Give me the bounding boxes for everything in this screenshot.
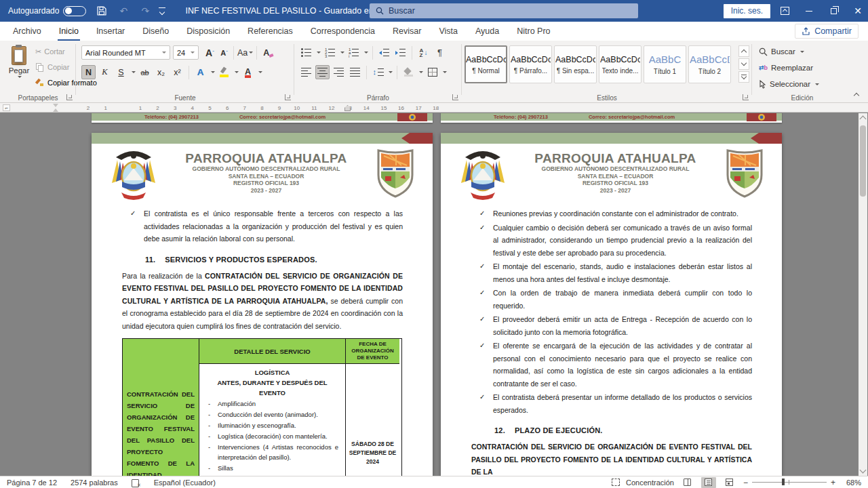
highlight-caret-icon[interactable]: [235, 71, 239, 73]
styles-scroll-up-icon[interactable]: [738, 45, 749, 57]
language-indicator[interactable]: Español (Ecuador): [154, 479, 216, 487]
style-card[interactable]: AaBbCcDc Texto inde...: [599, 45, 642, 83]
underline-caret-icon[interactable]: [132, 71, 136, 73]
ribbon-tab[interactable]: Nitro Pro: [508, 22, 559, 41]
align-left-button[interactable]: [299, 65, 313, 79]
page-indicator[interactable]: Página 7 de 12: [7, 479, 57, 487]
align-right-button[interactable]: [332, 65, 346, 79]
font-size-select[interactable]: 24: [173, 45, 199, 60]
ribbon-tab[interactable]: Inicio: [50, 22, 87, 41]
strikethrough-button[interactable]: ab: [138, 65, 152, 79]
clipboard-group-label: Portapapeles: [0, 94, 76, 102]
subscript-button[interactable]: x₂: [154, 65, 168, 79]
vertical-scrollbar[interactable]: [859, 113, 867, 476]
shrink-font-button[interactable]: Aˇ: [217, 45, 231, 60]
clear-formatting-button[interactable]: A: [259, 45, 273, 60]
document-canvas[interactable]: Teléfono: (04) 2907213 Correo: secretari…: [0, 113, 868, 476]
underline-button[interactable]: S: [114, 65, 128, 79]
word-count[interactable]: 2574 palabras: [71, 479, 118, 487]
close-icon[interactable]: ✕: [848, 0, 868, 22]
proofing-errors-icon[interactable]: [132, 479, 140, 487]
font-color-caret-icon[interactable]: [258, 71, 262, 73]
zoom-slider[interactable]: [752, 482, 827, 483]
ribbon-tab[interactable]: Ayuda: [467, 22, 508, 41]
undo-icon[interactable]: ↶: [117, 5, 130, 17]
sort-button[interactable]: AZ↓: [416, 45, 431, 60]
line-spacing-button[interactable]: [371, 65, 385, 79]
find-icon: [759, 47, 768, 56]
decrease-indent-button[interactable]: [377, 45, 391, 60]
page-body[interactable]: ✓ Reuniones previas y coordinación const…: [471, 207, 752, 476]
paste-button[interactable]: Pegar: [5, 46, 33, 91]
highlight-button[interactable]: [217, 65, 231, 79]
minimize-icon[interactable]: [799, 0, 819, 22]
borders-button[interactable]: [425, 65, 439, 79]
styles-more-icon[interactable]: [738, 71, 749, 83]
zoom-in-icon[interactable]: +: [831, 478, 835, 487]
italic-button[interactable]: K: [98, 65, 112, 79]
search-box[interactable]: Buscar: [370, 3, 638, 18]
scroll-down-icon[interactable]: [860, 467, 867, 474]
style-card[interactable]: AaBbCcD Título 2: [688, 45, 731, 83]
ribbon-display-options-icon[interactable]: [774, 0, 795, 22]
style-card[interactable]: AaBbCcDc ¶ Normal: [465, 45, 507, 83]
superscript-button[interactable]: x²: [170, 65, 184, 79]
bullets-button[interactable]: [299, 45, 313, 60]
table-cell-service: CONTRATACIÓN DEL SERVICIO DE ORGANIZACIÓ…: [123, 339, 199, 476]
restore-icon[interactable]: [823, 0, 844, 22]
save-icon[interactable]: [96, 5, 108, 17]
font-color-button[interactable]: A: [241, 65, 255, 79]
select-button[interactable]: Seleccionar: [759, 77, 819, 91]
focus-mode-icon[interactable]: [612, 479, 620, 486]
print-layout-button[interactable]: [701, 477, 716, 488]
web-layout-button[interactable]: [722, 477, 737, 488]
read-mode-button[interactable]: [680, 477, 695, 488]
horizontal-ruler[interactable]: ⌐ 21123456789101112131415161718: [0, 103, 868, 113]
show-marks-button[interactable]: ¶: [433, 45, 447, 60]
ribbon-tab[interactable]: Diseño: [134, 22, 178, 41]
focus-mode-label[interactable]: Concentración: [626, 479, 674, 487]
share-button[interactable]: Compartir: [795, 24, 859, 39]
justify-button[interactable]: [348, 65, 362, 79]
numbering-button[interactable]: 123: [323, 45, 337, 60]
ribbon-tab[interactable]: Revisar: [384, 22, 430, 41]
style-card[interactable]: AaBbC Título 1: [644, 45, 686, 83]
multilevel-list-button[interactable]: 1ai: [347, 45, 361, 60]
zoom-level[interactable]: 68%: [840, 479, 861, 487]
ribbon-tab[interactable]: Vista: [430, 22, 467, 41]
replace-button[interactable]: ⇄b Reemplazar: [759, 61, 819, 75]
align-center-button[interactable]: [315, 65, 330, 79]
font-name-select[interactable]: Arial Rounded MT: [81, 45, 170, 60]
collapse-ribbon-icon[interactable]: [852, 90, 861, 98]
text-effects-caret-icon[interactable]: [211, 71, 215, 73]
scrollbar-thumb[interactable]: [860, 125, 866, 197]
text-effects-button[interactable]: A: [193, 65, 208, 79]
ribbon-tab[interactable]: Referencias: [239, 22, 302, 41]
page-7[interactable]: PARROQUIA ATAHUALPA GOBIERNO AUTÓNOMO DE…: [92, 133, 433, 476]
tab-selector-icon[interactable]: ⌐: [3, 104, 10, 111]
page-8[interactable]: PARROQUIA ATAHUALPA GOBIERNO AUTÓNOMO DE…: [441, 133, 782, 476]
style-card[interactable]: AaBbCcDc ¶ Párrafo...: [509, 45, 552, 83]
sign-in-button[interactable]: Inic. ses.: [724, 4, 770, 18]
styles-scroll-down-icon[interactable]: [738, 58, 749, 70]
ribbon-tab[interactable]: Correspondencia: [302, 22, 384, 41]
zoom-out-icon[interactable]: −: [743, 478, 748, 487]
indent-marker-icon[interactable]: [53, 104, 59, 112]
find-button[interactable]: Buscar: [759, 45, 819, 58]
scroll-up-icon[interactable]: [860, 116, 867, 123]
ribbon-tab[interactable]: Insertar: [87, 22, 134, 41]
autosave-toggle[interactable]: [63, 6, 86, 16]
redo-icon[interactable]: ↷: [139, 5, 151, 17]
bold-button[interactable]: N: [81, 65, 96, 79]
style-card[interactable]: AaBbCcDc ¶ Sin espa...: [554, 45, 597, 83]
section-heading-11: 11.SERVICIOS Y PRODUCTOS ESPERADOS.: [145, 256, 403, 264]
ribbon-tab[interactable]: Disposición: [178, 22, 239, 41]
increase-indent-button[interactable]: [393, 45, 408, 60]
page-body[interactable]: ✓ El contratista es el único responsable…: [122, 207, 403, 476]
grow-font-button[interactable]: Aˆ: [203, 45, 217, 60]
zoom-slider-thumb[interactable]: [782, 479, 785, 485]
shading-button[interactable]: [401, 65, 416, 79]
quick-access-customize-icon[interactable]: [158, 7, 166, 14]
ribbon-tab[interactable]: Archivo: [4, 22, 50, 41]
change-case-button[interactable]: Aa: [236, 45, 254, 60]
